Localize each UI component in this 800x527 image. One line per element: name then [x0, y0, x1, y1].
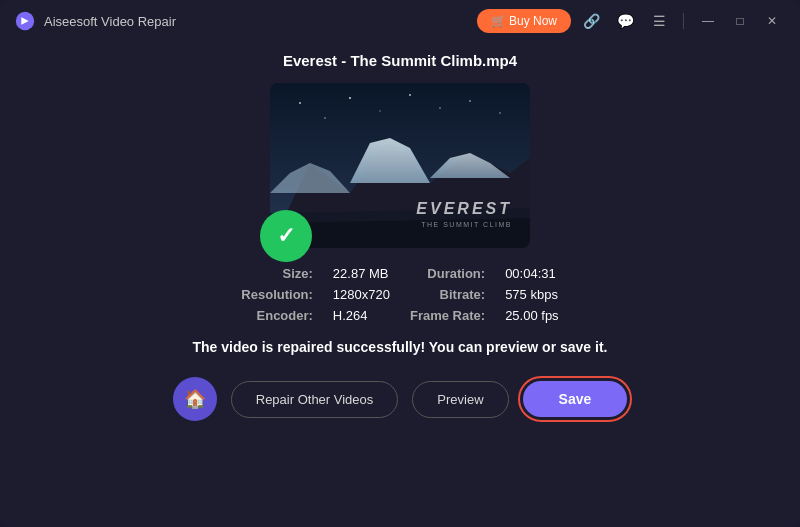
app-title: Aiseesoft Video Repair — [44, 14, 176, 29]
svg-point-7 — [439, 107, 441, 109]
duration-value: 00:04:31 — [505, 266, 559, 281]
bottom-buttons: 🏠 Repair Other Videos Preview Save — [173, 377, 628, 421]
everest-label: EVEREST — [416, 200, 512, 218]
svg-point-3 — [324, 117, 326, 119]
titlebar-left: Aiseesoft Video Repair — [14, 10, 176, 32]
svg-point-8 — [469, 100, 471, 102]
svg-point-6 — [409, 94, 411, 96]
duration-label: Duration: — [410, 266, 485, 281]
titlebar-right: 🛒 Buy Now 🔗 💬 ☰ — □ ✕ — [477, 7, 786, 35]
encoder-label: Encoder: — [241, 308, 313, 323]
preview-button[interactable]: Preview — [412, 381, 508, 418]
svg-point-4 — [349, 97, 351, 99]
checkmark-icon: ✓ — [277, 223, 295, 249]
resolution-label: Resolution: — [241, 287, 313, 302]
save-button[interactable]: Save — [523, 381, 628, 417]
buy-now-button[interactable]: 🛒 Buy Now — [477, 9, 571, 33]
framerate-label: Frame Rate: — [410, 308, 485, 323]
window-controls: — □ ✕ — [694, 10, 786, 32]
bitrate-value: 575 kbps — [505, 287, 559, 302]
home-icon: 🏠 — [184, 388, 206, 410]
size-label: Size: — [241, 266, 313, 281]
svg-point-2 — [299, 102, 301, 104]
encoder-value: H.264 — [333, 308, 390, 323]
main-content: Everest - The Summit Climb.mp4 — [0, 42, 800, 527]
resolution-value: 1280x720 — [333, 287, 390, 302]
success-message: The video is repaired successfully! You … — [193, 339, 608, 355]
bitrate-label: Bitrate: — [410, 287, 485, 302]
framerate-value: 25.00 fps — [505, 308, 559, 323]
svg-point-5 — [379, 110, 380, 111]
home-button[interactable]: 🏠 — [173, 377, 217, 421]
everest-subtitle: THE SUMMIT CLIMB — [421, 221, 512, 228]
close-button[interactable]: ✕ — [758, 10, 786, 32]
video-info-grid: Size: 22.87 MB Duration: 00:04:31 Resolu… — [241, 266, 558, 323]
svg-point-9 — [499, 112, 500, 113]
app-logo — [14, 10, 36, 32]
file-title: Everest - The Summit Climb.mp4 — [283, 52, 517, 69]
app-window: Aiseesoft Video Repair 🛒 Buy Now 🔗 💬 ☰ —… — [0, 0, 800, 527]
titlebar-divider — [683, 13, 684, 29]
size-value: 22.87 MB — [333, 266, 390, 281]
link-icon[interactable]: 🔗 — [577, 7, 605, 35]
chat-icon[interactable]: 💬 — [611, 7, 639, 35]
titlebar: Aiseesoft Video Repair 🛒 Buy Now 🔗 💬 ☰ —… — [0, 0, 800, 42]
menu-icon[interactable]: ☰ — [645, 7, 673, 35]
restore-button[interactable]: □ — [726, 10, 754, 32]
success-badge: ✓ — [260, 210, 312, 262]
repair-other-button[interactable]: Repair Other Videos — [231, 381, 399, 418]
minimize-button[interactable]: — — [694, 10, 722, 32]
thumbnail-container: EVEREST THE SUMMIT CLIMB ✓ — [270, 83, 530, 248]
